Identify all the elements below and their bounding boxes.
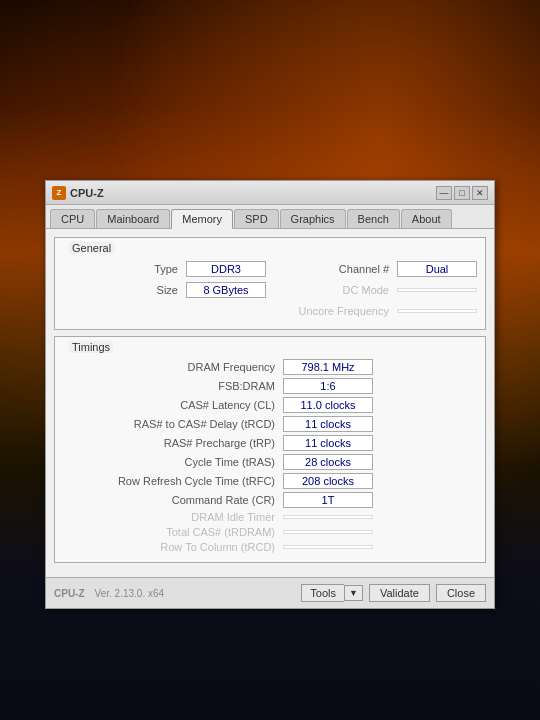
tab-about[interactable]: About: [401, 209, 452, 228]
trcd-value: 11 clocks: [283, 416, 373, 432]
title-bar: Z CPU-Z — □ ✕: [46, 181, 494, 205]
general-section: General Type DDR3 Size 8 GBytes: [54, 237, 486, 330]
dc-mode-label: DC Mode: [274, 284, 397, 296]
tools-group: Tools ▼: [301, 584, 363, 602]
tras-value: 28 clocks: [283, 454, 373, 470]
dc-mode-row: DC Mode: [274, 281, 477, 299]
minimize-button[interactable]: —: [436, 186, 452, 200]
general-left: Type DDR3 Size 8 GBytes: [63, 260, 266, 323]
trp-label: RAS# Precharge (tRP): [63, 437, 283, 449]
channel-label: Channel #: [274, 263, 397, 275]
dram-idle-row: DRAM Idle Timer: [63, 511, 477, 523]
row-to-col-row: Row To Column (tRCD): [63, 541, 477, 553]
tras-row: Cycle Time (tRAS) 28 clocks: [63, 454, 477, 470]
timings-section: Timings DRAM Frequency 798.1 MHz FSB:DRA…: [54, 336, 486, 563]
validate-button[interactable]: Validate: [369, 584, 430, 602]
uncore-freq-label: Uncore Frequency: [274, 305, 397, 317]
general-size-row: Size 8 GBytes: [63, 281, 266, 299]
maximize-button[interactable]: □: [454, 186, 470, 200]
type-value: DDR3: [186, 261, 266, 277]
trfc-row: Row Refresh Cycle Time (tRFC) 208 clocks: [63, 473, 477, 489]
tab-graphics[interactable]: Graphics: [280, 209, 346, 228]
timings-section-title: Timings: [69, 341, 113, 353]
trfc-value: 208 clocks: [283, 473, 373, 489]
close-button[interactable]: ✕: [472, 186, 488, 200]
channel-value: Dual: [397, 261, 477, 277]
dram-freq-value: 798.1 MHz: [283, 359, 373, 375]
command-rate-row: Command Rate (CR) 1T: [63, 492, 477, 508]
trcd-row: RAS# to CAS# Delay (tRCD) 11 clocks: [63, 416, 477, 432]
row-to-col-value: [283, 545, 373, 549]
uncore-freq-value: [397, 309, 477, 313]
general-right: Channel # Dual DC Mode Uncore Frequency: [274, 260, 477, 323]
cas-latency-row: CAS# Latency (CL) 11.0 clocks: [63, 397, 477, 413]
row-to-col-label: Row To Column (tRCD): [63, 541, 283, 553]
dc-mode-value: [397, 288, 477, 292]
general-type-row: Type DDR3: [63, 260, 266, 278]
close-window-button[interactable]: Close: [436, 584, 486, 602]
dram-idle-value: [283, 515, 373, 519]
trfc-label: Row Refresh Cycle Time (tRFC): [63, 475, 283, 487]
tab-mainboard[interactable]: Mainboard: [96, 209, 170, 228]
tab-memory[interactable]: Memory: [171, 209, 233, 229]
dram-freq-row: DRAM Frequency 798.1 MHz: [63, 359, 477, 375]
tools-button[interactable]: Tools: [301, 584, 344, 602]
general-section-title: General: [69, 242, 114, 254]
dram-freq-label: DRAM Frequency: [63, 361, 283, 373]
title-bar-left: Z CPU-Z: [52, 186, 104, 200]
command-rate-label: Command Rate (CR): [63, 494, 283, 506]
content-area: General Type DDR3 Size 8 GBytes: [46, 229, 494, 577]
footer-version: Ver. 2.13.0. x64: [95, 588, 296, 599]
channel-row: Channel # Dual: [274, 260, 477, 278]
trp-value: 11 clocks: [283, 435, 373, 451]
trp-row: RAS# Precharge (tRP) 11 clocks: [63, 435, 477, 451]
tras-label: Cycle Time (tRAS): [63, 456, 283, 468]
total-cas-value: [283, 530, 373, 534]
app-icon: Z: [52, 186, 66, 200]
tools-dropdown-button[interactable]: ▼: [344, 585, 363, 601]
tab-bar: CPU Mainboard Memory SPD Graphics Bench …: [46, 205, 494, 229]
fsb-dram-value: 1:6: [283, 378, 373, 394]
timings-section-content: Timings DRAM Frequency 798.1 MHz FSB:DRA…: [55, 337, 485, 562]
size-label: Size: [63, 284, 186, 296]
cpu-z-window: Z CPU-Z — □ ✕ CPU Mainboard Memory SPD G…: [45, 180, 495, 609]
window-controls: — □ ✕: [436, 186, 488, 200]
trcd-label: RAS# to CAS# Delay (tRCD): [63, 418, 283, 430]
tab-bench[interactable]: Bench: [347, 209, 400, 228]
command-rate-value: 1T: [283, 492, 373, 508]
tab-spd[interactable]: SPD: [234, 209, 279, 228]
general-section-content: General Type DDR3 Size 8 GBytes: [55, 238, 485, 329]
tab-cpu[interactable]: CPU: [50, 209, 95, 228]
total-cas-label: Total CAS# (tRDRAM): [63, 526, 283, 538]
footer: CPU-Z Ver. 2.13.0. x64 Tools ▼ Validate …: [46, 577, 494, 608]
size-value: 8 GBytes: [186, 282, 266, 298]
window-title: CPU-Z: [70, 187, 104, 199]
total-cas-row: Total CAS# (tRDRAM): [63, 526, 477, 538]
footer-logo: CPU-Z: [54, 588, 85, 599]
cas-latency-label: CAS# Latency (CL): [63, 399, 283, 411]
fsb-dram-row: FSB:DRAM 1:6: [63, 378, 477, 394]
cas-latency-value: 11.0 clocks: [283, 397, 373, 413]
fsb-dram-label: FSB:DRAM: [63, 380, 283, 392]
dram-idle-label: DRAM Idle Timer: [63, 511, 283, 523]
uncore-freq-row: Uncore Frequency: [274, 302, 477, 320]
type-label: Type: [63, 263, 186, 275]
